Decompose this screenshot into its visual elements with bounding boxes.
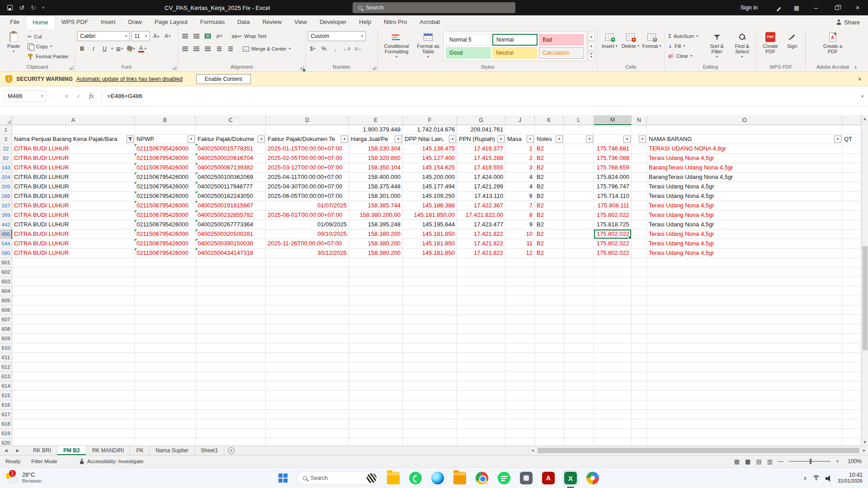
cell-style-calculation[interactable]: Calculation <box>539 47 584 59</box>
cell-F604[interactable] <box>403 286 457 296</box>
gallery-more-button[interactable]: ▾ <box>588 52 595 61</box>
format-as-table-button[interactable]: Format as Table ▾ <box>414 31 442 59</box>
cell-E606[interactable] <box>349 305 403 315</box>
vertical-scrollbar[interactable]: ▲ ▼ <box>861 115 868 446</box>
cell-N615[interactable] <box>632 391 647 400</box>
cell-B611[interactable] <box>135 353 196 362</box>
cell-G620[interactable] <box>457 438 505 446</box>
cell-G610[interactable] <box>457 343 505 353</box>
cell-F288[interactable]: 145.109.250 <box>403 192 457 201</box>
cell-K22[interactable]: B2 <box>535 144 564 154</box>
cell-N617[interactable] <box>632 410 647 419</box>
cell-B620[interactable] <box>135 438 196 446</box>
cell-L2[interactable]: ▾ <box>564 135 594 144</box>
cell-N22[interactable] <box>632 144 647 154</box>
cell-M399[interactable]: 175.802.022 <box>594 211 632 220</box>
row-header-616[interactable]: 616 <box>0 400 12 410</box>
increase-decimal-button[interactable]: ←.0 <box>342 44 351 54</box>
cell-O1[interactable] <box>647 125 842 135</box>
cell-N442[interactable] <box>632 220 647 230</box>
cell-E607[interactable] <box>349 315 403 324</box>
cell-F337[interactable]: 145.186.388 <box>403 201 457 211</box>
cell-N603[interactable] <box>632 277 647 286</box>
filter-dropdown-B[interactable]: ▾ <box>188 136 195 143</box>
cell-O619[interactable] <box>647 429 842 438</box>
cell-C613[interactable] <box>196 372 266 381</box>
cell-F606[interactable] <box>403 305 457 315</box>
zoom-slider-thumb[interactable] <box>810 459 811 464</box>
cell-C22[interactable]: 04002500015778351 <box>196 144 266 154</box>
cell-J617[interactable] <box>505 410 535 419</box>
formula-input[interactable]: =E486+G486 <box>105 93 861 99</box>
cell-A337[interactable]: CITRA BUDI LUHUR <box>12 201 135 211</box>
row-header-544[interactable]: 544 <box>0 239 12 249</box>
cell-F605[interactable] <box>403 296 457 305</box>
new-sheet-button[interactable]: + <box>228 447 235 454</box>
cell-F544[interactable]: 145.181.850 <box>403 239 457 249</box>
cell-L607[interactable] <box>564 315 594 324</box>
cell-G22[interactable]: 17.416.377 <box>457 144 505 154</box>
cell-E442[interactable]: 158.395.248 <box>349 220 403 230</box>
cell-D205[interactable]: 2025-04-30T00:00:00+07:00 <box>266 182 349 192</box>
cell-N1[interactable] <box>632 125 647 135</box>
column-header-E[interactable]: E <box>349 115 403 125</box>
decrease-decimal-button[interactable]: .0→ <box>353 44 363 54</box>
chrome-icon[interactable] <box>474 470 490 486</box>
cell-E82[interactable]: 158.320.800 <box>349 154 403 163</box>
cell-style-neutral[interactable]: Neutral <box>492 47 538 59</box>
cell-M1[interactable] <box>594 125 632 135</box>
cell-A613[interactable] <box>12 372 135 381</box>
row-header-601[interactable]: 601 <box>0 258 12 267</box>
cut-button[interactable]: ✂Cut <box>26 32 70 41</box>
cell-K602[interactable] <box>535 267 564 277</box>
cell-G399[interactable]: 17.421.822,00 <box>457 211 505 220</box>
column-header-B[interactable]: B <box>135 115 196 125</box>
cell-P615[interactable] <box>842 391 861 400</box>
cell-A614[interactable] <box>12 381 135 391</box>
cell-E288[interactable]: 158.301.000 <box>349 192 403 201</box>
cell-C619[interactable] <box>196 429 266 438</box>
cell-J605[interactable] <box>505 296 535 305</box>
sheet-tab-pm-b2[interactable]: PM B2 <box>57 446 86 455</box>
cell-D143[interactable]: 2025-03-12T00:00:00+07:00 <box>266 163 349 173</box>
cell-E620[interactable] <box>349 438 403 446</box>
cell-K442[interactable]: B2 <box>535 220 564 230</box>
cell-J613[interactable] <box>505 372 535 381</box>
cell-B614[interactable] <box>135 381 196 391</box>
clipboard-dialog-launcher[interactable] <box>69 66 73 70</box>
cell-A544[interactable]: CITRA BUDI LUHUR <box>12 239 135 249</box>
cell-D2[interactable]: Faktur Pajak/Dokumen Te▾ <box>266 135 349 144</box>
cell-A620[interactable] <box>12 438 135 446</box>
cell-F22[interactable]: 145.136.475 <box>403 144 457 154</box>
cell-O337[interactable]: Terasi Udang Nona 4,5gr <box>647 201 842 211</box>
cell-A1[interactable] <box>12 125 135 135</box>
cell-E618[interactable] <box>349 419 403 429</box>
cell-E1[interactable]: 1.900.379.448 <box>349 125 403 135</box>
cell-P619[interactable] <box>842 429 861 438</box>
filter-button-filtered[interactable] <box>127 136 134 143</box>
column-header-P[interactable] <box>842 115 861 125</box>
insert-cells-button[interactable]: + Insert▾ <box>600 31 619 49</box>
cell-O604[interactable] <box>647 286 842 296</box>
cell-A580[interactable]: CITRA BUDI LUHUR <box>12 249 135 258</box>
cell-F603[interactable] <box>403 277 457 286</box>
cell-B1[interactable] <box>135 125 196 135</box>
cell-J606[interactable] <box>505 305 535 315</box>
cell-B619[interactable] <box>135 429 196 438</box>
cell-M22[interactable]: 175.746.681 <box>594 144 632 154</box>
cell-D618[interactable] <box>266 419 349 429</box>
tab-page-layout[interactable]: Page Layout <box>148 15 194 29</box>
cell-O609[interactable] <box>647 334 842 343</box>
horizontal-scroll-thumb[interactable] <box>538 448 859 453</box>
cell-G544[interactable]: 17.421.822 <box>457 239 505 249</box>
cell-E204[interactable]: 158.400.000 <box>349 173 403 182</box>
cell-M602[interactable] <box>594 267 632 277</box>
cell-style-good[interactable]: Good <box>446 47 491 59</box>
column-header-D[interactable]: D <box>266 115 349 125</box>
row-header-1[interactable]: 1 <box>0 125 12 135</box>
cell-M204[interactable]: 175.824.000 <box>594 173 632 182</box>
cell-A607[interactable] <box>12 315 135 324</box>
cell-C607[interactable] <box>196 315 266 324</box>
filter-dropdown-F[interactable]: ▾ <box>449 136 456 143</box>
cell-L610[interactable] <box>564 343 594 353</box>
